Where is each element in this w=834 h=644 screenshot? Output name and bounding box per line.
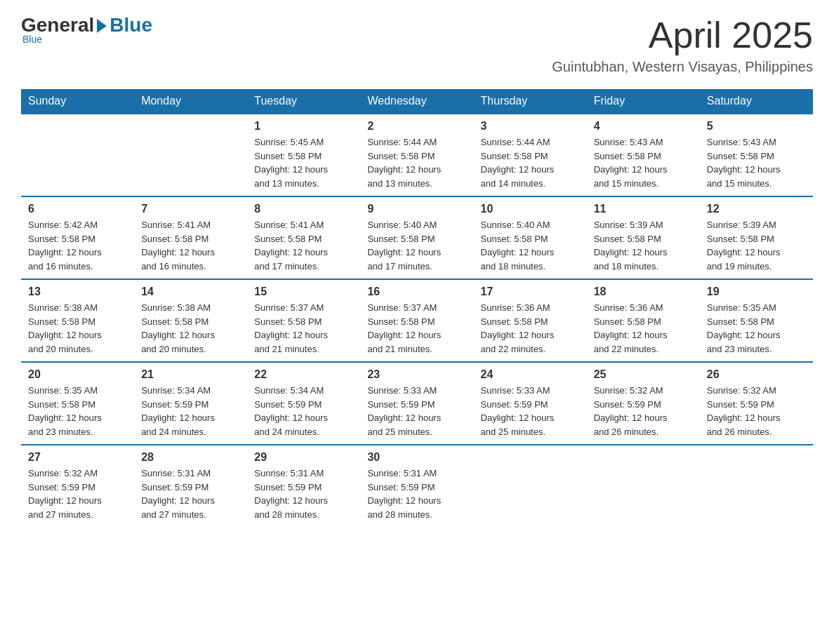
calendar-cell: 6Sunrise: 5:42 AM Sunset: 5:58 PM Daylig…: [21, 196, 134, 279]
day-info: Sunrise: 5:35 AM Sunset: 5:58 PM Dayligh…: [707, 301, 806, 356]
logo: General Blue Blue: [21, 14, 152, 45]
calendar-cell: 1Sunrise: 5:45 AM Sunset: 5:58 PM Daylig…: [247, 114, 360, 196]
calendar-cell: 17Sunrise: 5:36 AM Sunset: 5:58 PM Dayli…: [474, 279, 587, 362]
calendar-cell: 19Sunrise: 5:35 AM Sunset: 5:58 PM Dayli…: [700, 279, 813, 362]
logo-blue-text: Blue: [110, 14, 152, 36]
day-info: Sunrise: 5:31 AM Sunset: 5:59 PM Dayligh…: [367, 467, 466, 521]
calendar-cell: 27Sunrise: 5:32 AM Sunset: 5:59 PM Dayli…: [21, 445, 134, 527]
day-number: 27: [28, 451, 127, 464]
calendar-cell: 21Sunrise: 5:34 AM Sunset: 5:59 PM Dayli…: [134, 362, 247, 445]
calendar-week-row: 27Sunrise: 5:32 AM Sunset: 5:59 PM Dayli…: [21, 445, 813, 527]
day-info: Sunrise: 5:41 AM Sunset: 5:58 PM Dayligh…: [254, 218, 353, 273]
day-number: 12: [707, 203, 806, 215]
calendar-cell: [587, 445, 700, 527]
calendar-cell: 8Sunrise: 5:41 AM Sunset: 5:58 PM Daylig…: [247, 196, 360, 279]
day-info: Sunrise: 5:38 AM Sunset: 5:58 PM Dayligh…: [141, 301, 240, 356]
day-info: Sunrise: 5:34 AM Sunset: 5:59 PM Dayligh…: [141, 384, 240, 438]
calendar-cell: 13Sunrise: 5:38 AM Sunset: 5:58 PM Dayli…: [21, 279, 134, 362]
day-info: Sunrise: 5:31 AM Sunset: 5:59 PM Dayligh…: [141, 467, 240, 521]
day-info: Sunrise: 5:37 AM Sunset: 5:58 PM Dayligh…: [254, 301, 353, 356]
day-info: Sunrise: 5:36 AM Sunset: 5:58 PM Dayligh…: [481, 301, 580, 356]
calendar-cell: 14Sunrise: 5:38 AM Sunset: 5:58 PM Dayli…: [134, 279, 247, 362]
calendar-week-row: 13Sunrise: 5:38 AM Sunset: 5:58 PM Dayli…: [21, 279, 813, 362]
title-section: April 2025 Guintubhan, Western Visayas, …: [552, 14, 813, 75]
calendar-day-header: Friday: [587, 89, 700, 114]
day-number: 29: [254, 451, 353, 464]
calendar-cell: 5Sunrise: 5:43 AM Sunset: 5:58 PM Daylig…: [700, 114, 813, 196]
day-number: 26: [707, 368, 806, 381]
calendar-day-header: Wednesday: [360, 89, 473, 114]
calendar-day-header: Sunday: [21, 89, 134, 114]
day-info: Sunrise: 5:37 AM Sunset: 5:58 PM Dayligh…: [367, 301, 466, 356]
calendar-cell: 10Sunrise: 5:40 AM Sunset: 5:58 PM Dayli…: [474, 196, 587, 279]
calendar-cell: [21, 114, 134, 196]
day-info: Sunrise: 5:36 AM Sunset: 5:58 PM Dayligh…: [594, 301, 693, 356]
day-number: 15: [254, 286, 353, 298]
day-number: 22: [254, 368, 353, 381]
day-info: Sunrise: 5:43 AM Sunset: 5:58 PM Dayligh…: [707, 135, 806, 190]
day-info: Sunrise: 5:33 AM Sunset: 5:59 PM Dayligh…: [367, 384, 466, 438]
calendar-day-header: Monday: [134, 89, 247, 114]
day-info: Sunrise: 5:33 AM Sunset: 5:59 PM Dayligh…: [481, 384, 580, 438]
day-info: Sunrise: 5:32 AM Sunset: 5:59 PM Dayligh…: [594, 384, 693, 438]
day-info: Sunrise: 5:42 AM Sunset: 5:58 PM Dayligh…: [28, 218, 127, 273]
day-number: 23: [367, 368, 466, 381]
day-number: 9: [367, 203, 466, 215]
calendar-cell: 16Sunrise: 5:37 AM Sunset: 5:58 PM Dayli…: [360, 279, 473, 362]
calendar-cell: [134, 114, 247, 196]
calendar-cell: 12Sunrise: 5:39 AM Sunset: 5:58 PM Dayli…: [700, 196, 813, 279]
logo-subtitle: Blue: [22, 34, 42, 45]
day-number: 1: [254, 120, 353, 133]
day-number: 11: [594, 203, 693, 215]
calendar-cell: [700, 445, 813, 527]
day-info: Sunrise: 5:32 AM Sunset: 5:59 PM Dayligh…: [707, 384, 806, 438]
day-info: Sunrise: 5:35 AM Sunset: 5:58 PM Dayligh…: [28, 384, 127, 438]
calendar-day-header: Saturday: [700, 89, 813, 114]
day-info: Sunrise: 5:38 AM Sunset: 5:58 PM Dayligh…: [28, 301, 127, 356]
day-number: 7: [141, 203, 240, 215]
day-number: 17: [481, 286, 580, 298]
day-number: 25: [594, 368, 693, 381]
location-text: Guintubhan, Western Visayas, Philippines: [552, 59, 813, 75]
day-info: Sunrise: 5:40 AM Sunset: 5:58 PM Dayligh…: [367, 218, 466, 273]
day-info: Sunrise: 5:41 AM Sunset: 5:58 PM Dayligh…: [141, 218, 240, 273]
calendar-cell: 2Sunrise: 5:44 AM Sunset: 5:58 PM Daylig…: [360, 114, 473, 196]
day-info: Sunrise: 5:34 AM Sunset: 5:59 PM Dayligh…: [254, 384, 353, 438]
day-number: 10: [481, 203, 580, 215]
calendar-cell: 24Sunrise: 5:33 AM Sunset: 5:59 PM Dayli…: [474, 362, 587, 445]
day-number: 4: [594, 120, 693, 133]
calendar-cell: 29Sunrise: 5:31 AM Sunset: 5:59 PM Dayli…: [247, 445, 360, 527]
calendar-week-row: 20Sunrise: 5:35 AM Sunset: 5:58 PM Dayli…: [21, 362, 813, 445]
day-number: 21: [141, 368, 240, 381]
day-info: Sunrise: 5:40 AM Sunset: 5:58 PM Dayligh…: [481, 218, 580, 273]
day-info: Sunrise: 5:31 AM Sunset: 5:59 PM Dayligh…: [254, 467, 353, 521]
day-number: 19: [707, 286, 806, 298]
calendar-cell: [474, 445, 587, 527]
calendar-cell: 3Sunrise: 5:44 AM Sunset: 5:58 PM Daylig…: [474, 114, 587, 196]
calendar-cell: 23Sunrise: 5:33 AM Sunset: 5:59 PM Dayli…: [360, 362, 473, 445]
calendar-day-header: Thursday: [474, 89, 587, 114]
day-info: Sunrise: 5:39 AM Sunset: 5:58 PM Dayligh…: [594, 218, 693, 273]
calendar-cell: 7Sunrise: 5:41 AM Sunset: 5:58 PM Daylig…: [134, 196, 247, 279]
calendar-cell: 4Sunrise: 5:43 AM Sunset: 5:58 PM Daylig…: [587, 114, 700, 196]
day-number: 13: [28, 286, 127, 298]
day-number: 24: [481, 368, 580, 381]
calendar-cell: 25Sunrise: 5:32 AM Sunset: 5:59 PM Dayli…: [587, 362, 700, 445]
day-number: 28: [141, 451, 240, 464]
calendar-cell: 26Sunrise: 5:32 AM Sunset: 5:59 PM Dayli…: [700, 362, 813, 445]
day-number: 14: [141, 286, 240, 298]
day-number: 18: [594, 286, 693, 298]
day-info: Sunrise: 5:32 AM Sunset: 5:59 PM Dayligh…: [28, 467, 127, 521]
day-info: Sunrise: 5:43 AM Sunset: 5:58 PM Dayligh…: [594, 135, 693, 190]
calendar-cell: 18Sunrise: 5:36 AM Sunset: 5:58 PM Dayli…: [587, 279, 700, 362]
calendar-header-row: SundayMondayTuesdayWednesdayThursdayFrid…: [21, 89, 813, 114]
logo-arrow-icon: [97, 19, 107, 33]
calendar-cell: 28Sunrise: 5:31 AM Sunset: 5:59 PM Dayli…: [134, 445, 247, 527]
calendar-cell: 15Sunrise: 5:37 AM Sunset: 5:58 PM Dayli…: [247, 279, 360, 362]
day-info: Sunrise: 5:44 AM Sunset: 5:58 PM Dayligh…: [481, 135, 580, 190]
day-info: Sunrise: 5:45 AM Sunset: 5:58 PM Dayligh…: [254, 135, 353, 190]
calendar-cell: 11Sunrise: 5:39 AM Sunset: 5:58 PM Dayli…: [587, 196, 700, 279]
calendar-table: SundayMondayTuesdayWednesdayThursdayFrid…: [21, 89, 813, 527]
calendar-week-row: 1Sunrise: 5:45 AM Sunset: 5:58 PM Daylig…: [21, 114, 813, 196]
calendar-cell: 22Sunrise: 5:34 AM Sunset: 5:59 PM Dayli…: [247, 362, 360, 445]
